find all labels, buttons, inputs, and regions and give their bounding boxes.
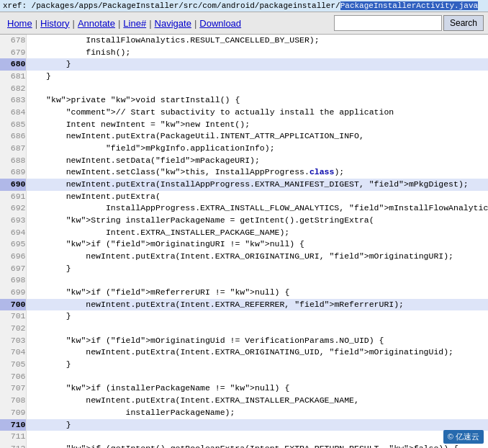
code-line: newIntent.setData("field">mPackageURI); [26,155,488,167]
table-row: 691 newIntent.putExtra( [0,191,488,203]
table-row: 681 } [0,71,488,83]
title-prefix: xref: /packages/apps/PackageInstaller/sr… [3,1,340,10]
table-row: 683 "kw">private "kw">void startInstall(… [0,94,488,107]
code-line [26,431,488,443]
line-number: 681 [0,71,26,83]
table-row: 678 InstallFlowAnalytics.RESULT_CANCELLE… [0,35,488,47]
code-line: } [26,419,488,431]
table-row: 689 newIntent.setClass("kw">this, Instal… [0,166,488,179]
line-number: 705 [0,359,26,371]
search-button[interactable]: Search [443,15,484,31]
code-line: "kw">if (getIntent().getBooleanExtra(Int… [26,443,488,448]
line-number: 687 [0,143,26,155]
line-number: 704 [0,346,26,359]
code-line: } [26,359,488,371]
table-row: 695 "kw">if ("field">mOriginatingURI != … [0,238,488,251]
code-line: finish(); [26,47,488,59]
table-row: 687 "field">mPkgInfo.applicationInfo); [0,143,488,155]
line-number: 678 [0,35,26,47]
line-number: 680 [0,58,26,71]
table-row: 686 newIntent.putExtra(PackageUtil.INTEN… [0,130,488,143]
table-row: 679 finish(); [0,47,488,59]
line-number: 689 [0,166,26,179]
line-number: 711 [0,431,26,443]
code-line: Intent.EXTRA_INSTALLER_PACKAGE_NAME); [26,227,488,239]
code-line: "kw">if ("field">mReferrerURI != "kw">nu… [26,287,488,299]
line-number: 698 [0,274,26,287]
code-line: newIntent.putExtra(InstallAppProgress.EX… [26,179,488,191]
table-row: 688 newIntent.setData("field">mPackageUR… [0,155,488,167]
table-row: 684 "comment">// Start subactivity to ac… [0,107,488,119]
nav-navigate[interactable]: Navigate [152,18,194,29]
code-line: installerPackageName); [26,407,488,419]
code-line: newIntent.setClass("kw">this, InstallApp… [26,166,488,179]
line-number: 685 [0,119,26,131]
code-line: } [26,58,488,71]
code-line: "field">mPkgInfo.applicationInfo); [26,143,488,155]
line-number: 700 [0,299,26,311]
table-row: 680 } [0,58,488,71]
line-number: 684 [0,107,26,119]
line-number: 691 [0,191,26,203]
nav-bar: Home | History | Annotate | Line# | Navi… [0,12,488,35]
table-row: 702 [0,323,488,335]
table-row: 700 newIntent.putExtra(Intent.EXTRA_REFE… [0,299,488,311]
code-line: } [26,263,488,275]
table-row: 706 [0,371,488,383]
code-area: 678 InstallFlowAnalytics.RESULT_CANCELLE… [0,35,488,448]
nav-lineno[interactable]: Line# [120,18,149,29]
table-row: 710 } [0,419,488,431]
code-line [26,371,488,383]
code-line: newIntent.putExtra(Intent.EXTRA_ORIGINAT… [26,251,488,263]
code-line: Intent newIntent = "kw">new Intent(); [26,119,488,131]
code-line: newIntent.putExtra( [26,191,488,203]
code-line: newIntent.putExtra(Intent.EXTRA_ORIGINAT… [26,346,488,359]
nav-download[interactable]: Download [196,18,244,29]
line-number: 682 [0,83,26,95]
table-row: 701 } [0,310,488,323]
table-row: 711 [0,431,488,443]
code-line [26,83,488,95]
line-number: 696 [0,251,26,263]
table-row: 694 Intent.EXTRA_INSTALLER_PACKAGE_NAME)… [0,227,488,239]
line-number: 694 [0,227,26,239]
code-line: "kw">private "kw">void startInstall() { [26,94,488,107]
table-row: 699 "kw">if ("field">mReferrerURI != "kw… [0,287,488,299]
line-number: 679 [0,47,26,59]
line-number: 703 [0,335,26,347]
nav-history[interactable]: History [37,18,72,29]
table-row: 708 newIntent.putExtra(Intent.EXTRA_INST… [0,395,488,407]
line-number: 707 [0,382,26,395]
line-number: 692 [0,202,26,215]
table-row: 693 "kw">String installerPackageName = g… [0,215,488,227]
table-row: 692 InstallAppProgress.EXTRA_INSTALL_FLO… [0,202,488,215]
line-number: 699 [0,287,26,299]
code-line: } [26,310,488,323]
code-table: 678 InstallFlowAnalytics.RESULT_CANCELLE… [0,35,488,448]
table-row: 709 installerPackageName); [0,407,488,419]
line-number: 702 [0,323,26,335]
title-bar: xref: /packages/apps/PackageInstaller/sr… [0,0,488,12]
line-number: 686 [0,130,26,143]
line-number: 683 [0,94,26,107]
code-line: newIntent.putExtra(PackageUtil.INTENT_AT… [26,130,488,143]
code-line: "kw">if ("field">mOriginatingURI != "kw"… [26,238,488,251]
code-line [26,323,488,335]
nav-home[interactable]: Home [4,18,35,29]
table-row: 682 [0,83,488,95]
line-number: 701 [0,310,26,323]
search-input[interactable] [334,15,442,31]
table-row: 704 newIntent.putExtra(Intent.EXTRA_ORIG… [0,346,488,359]
nav-annotate[interactable]: Annotate [75,18,118,29]
table-row: 703 "kw">if ("field">mOriginatingUid != … [0,335,488,347]
table-row: 707 "kw">if (installerPackageName != "kw… [0,382,488,395]
watermark: © 亿速云 [443,430,484,444]
table-row: 705 } [0,359,488,371]
code-line: InstallAppProgress.EXTRA_INSTALL_FLOW_AN… [26,202,488,215]
line-number: 695 [0,238,26,251]
code-line: } [26,71,488,83]
code-line: InstallFlowAnalytics.RESULT_CANCELLED_BY… [26,35,488,47]
line-number: 712 [0,443,26,448]
table-row: 685 Intent newIntent = "kw">new Intent()… [0,119,488,131]
code-line: newIntent.putExtra(Intent.EXTRA_REFERRER… [26,299,488,311]
